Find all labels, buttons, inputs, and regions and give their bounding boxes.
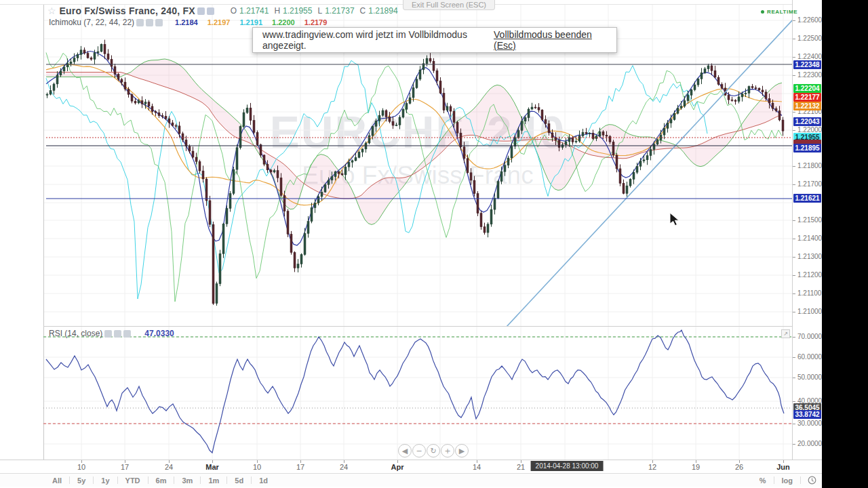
open-label: O (231, 6, 237, 16)
kijun-value: 1.2197 (208, 18, 231, 26)
axis-tick-mark (793, 293, 795, 294)
range-button-all[interactable]: All (45, 476, 69, 485)
axis-tick-mark (793, 337, 795, 338)
range-button-3m[interactable]: 3m (174, 476, 200, 485)
range-button-1y[interactable]: 1y (94, 476, 117, 485)
axis-tick-mark (793, 401, 795, 402)
hide-rsi-icon[interactable] (104, 330, 112, 338)
log-scale-button[interactable]: log (774, 476, 801, 485)
time-tick-label: 26 (735, 463, 743, 471)
axis-tick-mark (793, 275, 795, 276)
realtime-badge: REALTIME (761, 9, 797, 15)
rsi-value: 47.0330 (144, 329, 174, 338)
high-label: H (274, 6, 280, 16)
time-tick-label: 12 (648, 463, 656, 471)
exit-fullscreen-link[interactable]: Vollbildmodus beenden (Esc) (494, 29, 607, 51)
ohlc-values: O1.21741 H1.21955 L1.21737 C1.21894 (225, 6, 398, 16)
time-tick-label: Apr (391, 463, 404, 471)
senkou-a-value: 1.2200 (272, 18, 295, 26)
axis-tick-mark (793, 166, 795, 167)
scroll-right-button[interactable]: ▶ (455, 444, 469, 458)
price-badge: 1.21621 (793, 194, 821, 203)
price-badge: 1.22204 (793, 84, 821, 93)
exit-fullscreen-button[interactable]: Exit Full Screen (ESC) (403, 0, 495, 10)
price-tick-label: 50.0000 (797, 373, 822, 381)
zoom-in-button[interactable]: + (441, 444, 454, 458)
crosshair-date-badge: 2014-04-28 13:00:00 (531, 461, 604, 471)
toolbar-divider (800, 476, 801, 484)
close-label: C (360, 6, 366, 16)
axis-tick-mark (793, 112, 795, 113)
indicator-row: Ichimoku (7, 22, 44, 22) 1.2184 1.2197 1… (49, 18, 336, 27)
zoom-out-button[interactable]: − (412, 444, 426, 458)
range-selector: All5y1yYTD6m3m1m5d1d (45, 476, 275, 485)
axis-tick-mark (793, 378, 795, 378)
price-tick-label: 1.21200 (797, 271, 822, 279)
letterbox-right (822, 0, 868, 488)
range-button-1d[interactable]: 1d (252, 476, 275, 485)
price-tick-label: 1.22300 (797, 71, 822, 79)
session-clock-icon[interactable] (808, 476, 816, 485)
remove-rsi-icon[interactable] (123, 330, 131, 338)
chart-header: ☆ Euro Fx/Swiss Franc, 240, FX O1.21741 … (47, 5, 398, 16)
pane-divider[interactable] (43, 326, 822, 327)
indicator-label[interactable]: Ichimoku (7, 22, 44, 22) (49, 18, 134, 27)
time-tick-label: 24 (165, 463, 173, 471)
favorite-star-icon[interactable]: ☆ (47, 5, 56, 16)
indicator-values: 1.2184 1.2197 1.2191 1.2200 1.2179 (175, 18, 336, 26)
price-tick-label: 1.21700 (797, 180, 822, 188)
reset-view-button[interactable]: ↻ (427, 444, 440, 458)
rsi-settings-icon[interactable] (114, 330, 121, 338)
time-axis[interactable]: 101724Mar101724Apr1421121926Jun2014-04-2… (0, 460, 822, 474)
time-tick-label: 24 (340, 463, 348, 471)
open-value: 1.21741 (239, 6, 269, 16)
scale-selector: %log (752, 476, 816, 485)
range-button-6m[interactable]: 6m (149, 476, 174, 485)
bottom-toolbar: All5y1yYTD6m3m1m5d1d %log (0, 473, 822, 487)
indicator-settings-icon[interactable] (146, 19, 153, 26)
axis-tick-mark (793, 184, 795, 185)
price-badge: 1.21895 (793, 144, 821, 152)
time-tick-label: 14 (473, 463, 481, 471)
time-tick-label: 21 (517, 463, 525, 471)
percent-scale-button[interactable]: % (752, 476, 774, 485)
range-button-5y[interactable]: 5y (70, 476, 93, 485)
senkou-b-value: 1.2179 (304, 18, 328, 26)
rsi-label[interactable]: RSI (14, close) (49, 329, 102, 338)
remove-indicator-icon[interactable] (155, 19, 163, 26)
price-tick-label: 1.22400 (797, 53, 822, 60)
fullscreen-banner: www.tradingview.com wird jetzt im Vollbi… (252, 27, 617, 53)
rsi-pane-canvas[interactable] (0, 326, 822, 460)
realtime-label: REALTIME (767, 9, 797, 15)
realtime-dot-icon (761, 10, 764, 14)
axis-tick-mark (793, 57, 795, 58)
price-tick-label: 1.21300 (797, 253, 822, 260)
hide-indicator-icon[interactable] (136, 19, 144, 26)
symbol-info-icon[interactable] (207, 7, 214, 15)
rsi-maximize-icon[interactable]: ↗ (781, 329, 790, 338)
price-badge: 1.22043 (793, 117, 821, 126)
axis-tick-mark (793, 239, 795, 239)
symbol-title[interactable]: Euro Fx/Swiss Franc, 240, FX (60, 5, 195, 16)
price-tick-label: 1.22500 (797, 35, 822, 42)
chikou-value: 1.2191 (239, 18, 262, 26)
price-axis[interactable]: 1.226001.225001.224001.223001.221001.220… (792, 0, 823, 460)
tenkan-value: 1.2184 (175, 18, 198, 26)
axis-tick-mark (793, 39, 795, 39)
tradingview-fullscreen-window: EURCHF, 240 Euro Fx/Swiss Franc ☆ Euro F… (0, 0, 868, 488)
time-tick-label: 17 (121, 463, 129, 471)
symbol-settings-icon[interactable] (197, 7, 205, 15)
axis-tick-mark (793, 220, 795, 221)
range-button-5d[interactable]: 5d (227, 476, 251, 485)
low-label: L (317, 6, 322, 16)
price-badge: 1.22348 (793, 60, 821, 69)
range-button-ytd[interactable]: YTD (118, 476, 148, 485)
close-value: 1.21894 (368, 6, 397, 16)
axis-tick-mark (793, 357, 795, 358)
chart-nav-buttons: ◀−↻+▶ (398, 444, 469, 458)
price-tick-label: 1.21000 (797, 308, 822, 315)
scroll-left-button[interactable]: ◀ (398, 444, 412, 458)
range-button-1m[interactable]: 1m (201, 476, 226, 485)
price-tick-label: 1.21400 (797, 235, 822, 242)
time-tick-label: 10 (253, 463, 261, 471)
